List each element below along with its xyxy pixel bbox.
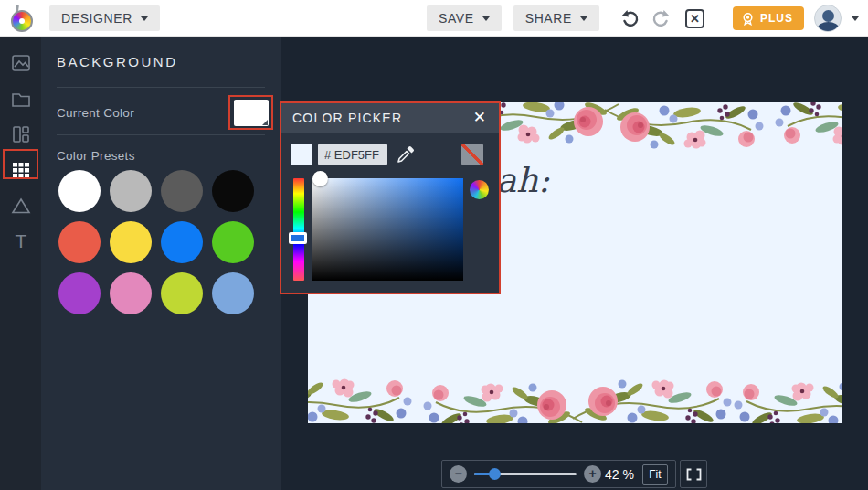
fullscreen-icon xyxy=(686,468,702,481)
color-presets-label: Color Presets xyxy=(57,149,135,163)
current-color-swatch[interactable] xyxy=(234,100,269,126)
divider xyxy=(57,134,265,135)
grid-icon xyxy=(10,159,32,181)
fit-button[interactable]: Fit xyxy=(642,464,668,485)
canvas-text-fragment[interactable]: ah: xyxy=(496,161,549,200)
befunky-logo-icon[interactable] xyxy=(9,5,38,34)
background-panel: BACKGROUND Current Color Color Presets xyxy=(41,37,281,490)
account-caret-down-icon[interactable] xyxy=(852,16,859,21)
topbar-actions: SAVE SHARE ✕ xyxy=(427,5,704,31)
svg-text:T: T xyxy=(15,230,26,251)
close-picker-button[interactable]: ✕ xyxy=(468,107,492,128)
color-picker-title: COLOR PICKER xyxy=(292,111,402,125)
saturation-brightness-area[interactable] xyxy=(312,178,463,281)
sidebar-item-layouts[interactable] xyxy=(0,116,41,152)
sidebar-item-patterns[interactable] xyxy=(0,152,41,187)
divider xyxy=(57,87,265,88)
zoom-slider[interactable] xyxy=(474,468,577,480)
sidebar-item-image[interactable] xyxy=(0,45,41,80)
zoom-in-button[interactable]: + xyxy=(584,465,601,483)
preset-dark-gray[interactable] xyxy=(161,170,203,212)
redo-icon xyxy=(651,7,672,29)
preset-blue[interactable] xyxy=(161,221,203,263)
preset-red[interactable] xyxy=(58,221,101,263)
share-label: SHARE xyxy=(525,11,572,26)
text-icon: T xyxy=(10,230,32,252)
zoom-slider-handle[interactable] xyxy=(489,468,501,480)
eyedropper-button[interactable] xyxy=(395,144,417,165)
tools-sidebar: T xyxy=(0,37,41,490)
app-window: DESIGNER SAVE SHARE xyxy=(0,0,868,490)
floral-border-bottom xyxy=(308,365,842,423)
panel-title: BACKGROUND xyxy=(57,54,178,69)
designer-menu-label: DESIGNER xyxy=(61,11,132,26)
zoom-out-button[interactable]: − xyxy=(450,465,467,483)
sidebar-item-shapes[interactable] xyxy=(0,187,41,223)
color-picker-popup: COLOR PICKER ✕ xyxy=(280,101,501,294)
hue-slider[interactable] xyxy=(293,178,304,281)
preset-purple[interactable] xyxy=(58,272,101,314)
zoom-percent: 42 % xyxy=(605,467,634,482)
preset-light-gray[interactable] xyxy=(110,170,152,212)
sidebar-item-text[interactable]: T xyxy=(0,223,41,259)
avatar[interactable] xyxy=(814,5,842,32)
designer-menu-button[interactable]: DESIGNER xyxy=(49,5,160,31)
color-wheel-icon[interactable] xyxy=(470,180,489,199)
plus-badge-icon xyxy=(741,12,755,26)
close-editor-button[interactable]: ✕ xyxy=(685,9,704,28)
topbar: DESIGNER SAVE SHARE xyxy=(0,0,868,37)
preset-green[interactable] xyxy=(212,221,254,263)
plus-upgrade-button[interactable]: PLUS xyxy=(733,6,804,30)
share-button[interactable]: SHARE xyxy=(513,5,599,31)
folder-icon xyxy=(10,88,32,110)
swatch-corner-caret-icon xyxy=(262,120,268,125)
undo-button[interactable] xyxy=(619,7,640,29)
layout-icon xyxy=(10,123,32,145)
undo-icon xyxy=(619,7,640,29)
preset-pink[interactable] xyxy=(110,272,152,314)
zoom-bar: − + 42 % Fit xyxy=(441,460,676,488)
triangle-icon xyxy=(10,195,32,217)
topbar-account: PLUS xyxy=(733,5,859,32)
close-editor-icon: ✕ xyxy=(685,9,704,28)
caret-down-icon xyxy=(580,16,587,21)
preset-white[interactable] xyxy=(58,170,101,212)
fullscreen-button[interactable] xyxy=(680,460,707,488)
preset-black[interactable] xyxy=(212,170,254,212)
sidebar-item-manager[interactable] xyxy=(0,80,41,116)
no-color-button[interactable] xyxy=(461,144,483,165)
picker-color-swatch xyxy=(291,144,312,165)
preset-chartreuse[interactable] xyxy=(161,272,203,314)
redo-button[interactable] xyxy=(651,7,672,29)
color-presets-grid xyxy=(58,170,259,314)
save-button[interactable]: SAVE xyxy=(427,5,502,31)
color-picker-header[interactable]: COLOR PICKER ✕ xyxy=(281,103,499,133)
hex-color-input[interactable] xyxy=(318,144,387,165)
caret-down-icon xyxy=(482,16,490,21)
preset-light-blue[interactable] xyxy=(212,272,254,314)
hue-slider-handle[interactable] xyxy=(289,232,307,244)
image-icon xyxy=(10,52,32,74)
preset-yellow[interactable] xyxy=(110,221,152,263)
plus-label: PLUS xyxy=(760,12,793,25)
save-label: SAVE xyxy=(439,11,474,26)
caret-down-icon xyxy=(141,16,148,21)
saturation-handle[interactable] xyxy=(312,171,328,186)
eyedropper-icon xyxy=(395,144,417,165)
current-color-label: Current Color xyxy=(57,106,134,120)
